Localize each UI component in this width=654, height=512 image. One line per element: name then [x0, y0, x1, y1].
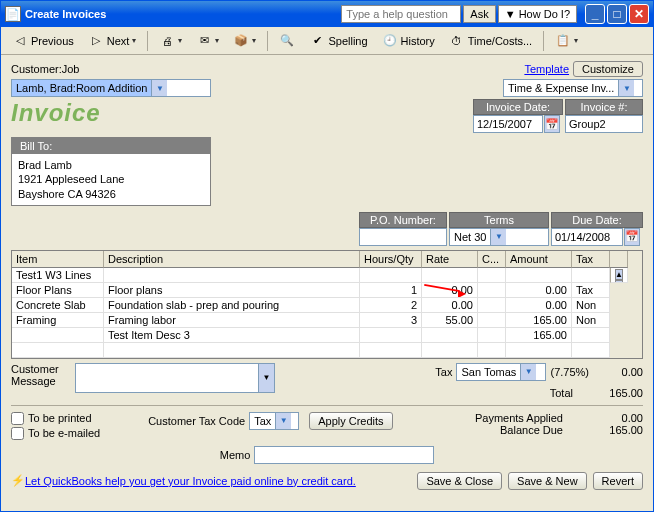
ask-button[interactable]: Ask — [463, 5, 495, 23]
customer-tax-code-combo[interactable]: Tax ▼ — [249, 412, 299, 430]
to-be-emailed-checkbox[interactable] — [11, 427, 24, 440]
cell-item[interactable] — [12, 343, 104, 358]
cell-class[interactable] — [478, 298, 506, 313]
to-be-printed-checkbox[interactable] — [11, 412, 24, 425]
col-hours[interactable]: Hours/Qty — [360, 251, 422, 268]
template-combo[interactable]: Time & Expense Inv... ▼ — [503, 79, 643, 97]
table-row[interactable]: Floor PlansFloor plans10.000.00Tax — [12, 283, 642, 298]
due-date-input[interactable] — [551, 228, 623, 246]
cell-tax[interactable]: Non — [572, 298, 610, 313]
cell-rate[interactable] — [422, 343, 478, 358]
col-description[interactable]: Description — [104, 251, 360, 268]
cell-hours[interactable]: 2 — [360, 298, 422, 313]
cell-item[interactable]: Concrete Slab — [12, 298, 104, 313]
email-button[interactable]: ✉▾ — [191, 30, 224, 52]
scroll-up-icon[interactable]: ▲ — [615, 269, 623, 280]
cell-item[interactable]: Framing — [12, 313, 104, 328]
col-amount[interactable]: Amount — [506, 251, 572, 268]
quickbooks-online-payment-link[interactable]: Let QuickBooks help you get your Invoice… — [25, 475, 356, 487]
timecosts-button[interactable]: ⏱Time/Costs... — [444, 30, 537, 52]
cell-class[interactable] — [478, 328, 506, 343]
col-tax[interactable]: Tax — [572, 251, 610, 268]
cell-amount[interactable]: 0.00 — [506, 298, 572, 313]
dropdown-arrow-icon[interactable]: ▼ — [618, 80, 634, 96]
help-question-input[interactable] — [341, 5, 461, 23]
cell-class[interactable] — [478, 268, 506, 283]
table-row[interactable]: Test1 W3 Lines▲▼ — [12, 268, 642, 283]
history-button[interactable]: 🕘History — [377, 30, 440, 52]
customer-message-combo[interactable]: ▼ — [75, 363, 275, 393]
cell-amount[interactable]: 165.00 — [506, 328, 572, 343]
customer-job-combo[interactable]: Lamb, Brad:Room Addition ▼ — [11, 79, 211, 97]
col-rate[interactable]: Rate — [422, 251, 478, 268]
memo-input[interactable] — [254, 446, 434, 464]
cell-item[interactable]: Test1 W3 Lines — [12, 268, 104, 283]
print-button[interactable]: 🖨▾ — [154, 30, 187, 52]
how-do-i-button[interactable]: ▼ How Do I? — [498, 5, 577, 23]
cell-amount[interactable] — [506, 268, 572, 283]
scroll-down-icon[interactable]: ▼ — [615, 280, 623, 283]
calendar-icon[interactable]: 📅 — [544, 115, 560, 133]
col-item[interactable]: Item — [12, 251, 104, 268]
cell-desc[interactable]: Foundation slab - prep and pouring — [104, 298, 360, 313]
col-class[interactable]: C... — [478, 251, 506, 268]
revert-button[interactable]: Revert — [593, 472, 643, 490]
cell-amount[interactable] — [506, 343, 572, 358]
table-row[interactable]: FramingFraming labor355.00165.00Non — [12, 313, 642, 328]
cell-amount[interactable]: 0.00 — [506, 283, 572, 298]
maximize-button[interactable]: □ — [607, 4, 627, 24]
dropdown-arrow-icon[interactable]: ▼ — [275, 413, 291, 429]
spelling-button[interactable]: ✔Spelling — [304, 30, 372, 52]
minimize-button[interactable]: _ — [585, 4, 605, 24]
bill-to-body[interactable]: Brad Lamb 1921 Appleseed Lane Bayshore C… — [12, 154, 210, 205]
cell-item[interactable] — [12, 328, 104, 343]
dropdown-arrow-icon[interactable]: ▼ — [151, 80, 167, 96]
ship-button[interactable]: 📦▾ — [228, 30, 261, 52]
cell-hours[interactable] — [360, 328, 422, 343]
cell-class[interactable] — [478, 313, 506, 328]
invoice-number-input[interactable] — [565, 115, 643, 133]
cell-class[interactable] — [478, 343, 506, 358]
dropdown-arrow-icon[interactable]: ▼ — [490, 229, 506, 245]
calendar-icon[interactable]: 📅 — [624, 228, 640, 246]
apply-credits-button[interactable]: Apply Credits — [309, 412, 392, 430]
cell-rate[interactable] — [422, 328, 478, 343]
cell-rate[interactable]: 0.00 — [422, 283, 478, 298]
tax-item-combo[interactable]: San Tomas ▼ — [456, 363, 546, 381]
letters-button[interactable]: 📋▾ — [550, 30, 583, 52]
next-button[interactable]: ▷Next▾ — [83, 30, 142, 52]
cell-class[interactable] — [478, 283, 506, 298]
cell-desc[interactable]: Floor plans — [104, 283, 360, 298]
cell-rate[interactable]: 0.00 — [422, 298, 478, 313]
line-items-grid[interactable]: Item Description Hours/Qty Rate C... Amo… — [11, 250, 643, 359]
table-row[interactable]: Test Item Desc 3165.00 — [12, 328, 642, 343]
cell-desc[interactable]: Test Item Desc 3 — [104, 328, 360, 343]
invoice-date-input[interactable] — [473, 115, 543, 133]
customize-button[interactable]: Customize — [573, 61, 643, 77]
table-row[interactable]: Concrete SlabFoundation slab - prep and … — [12, 298, 642, 313]
cell-hours[interactable] — [360, 268, 422, 283]
dropdown-arrow-icon[interactable]: ▼ — [520, 364, 536, 380]
cell-tax[interactable]: Tax — [572, 283, 610, 298]
cell-rate[interactable] — [422, 268, 478, 283]
cell-desc[interactable] — [104, 343, 360, 358]
find-button[interactable]: 🔍 — [274, 30, 300, 52]
cell-hours[interactable] — [360, 343, 422, 358]
po-number-input[interactable] — [359, 228, 447, 246]
cell-tax[interactable] — [572, 343, 610, 358]
template-link[interactable]: Template — [524, 63, 569, 75]
save-new-button[interactable]: Save & New — [508, 472, 587, 490]
cell-rate[interactable]: 55.00 — [422, 313, 478, 328]
terms-combo[interactable]: Net 30 ▼ — [449, 228, 549, 246]
cell-tax[interactable]: Non — [572, 313, 610, 328]
cell-hours[interactable]: 1 — [360, 283, 422, 298]
save-close-button[interactable]: Save & Close — [417, 472, 502, 490]
table-row[interactable] — [12, 343, 642, 358]
cell-desc[interactable] — [104, 268, 360, 283]
cell-hours[interactable]: 3 — [360, 313, 422, 328]
close-button[interactable]: ✕ — [629, 4, 649, 24]
cell-tax[interactable] — [572, 268, 610, 283]
cell-amount[interactable]: 165.00 — [506, 313, 572, 328]
cell-item[interactable]: Floor Plans — [12, 283, 104, 298]
previous-button[interactable]: ◁Previous — [7, 30, 79, 52]
